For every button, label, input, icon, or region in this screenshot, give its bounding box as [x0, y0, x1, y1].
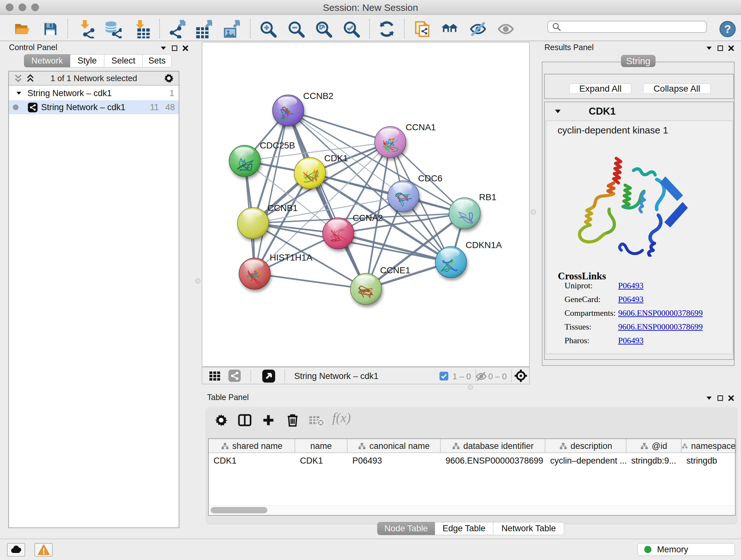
collection-expand-icon[interactable] — [15, 90, 22, 97]
tab-string[interactable]: String — [621, 55, 656, 67]
column-header[interactable]: namespace — [682, 439, 736, 453]
toolbar-separator — [250, 19, 251, 38]
table-cell[interactable]: stringdb — [682, 454, 736, 468]
maximize-panel-icon[interactable] — [717, 45, 724, 52]
tab-select[interactable]: Select — [105, 54, 143, 67]
expand-all-button[interactable]: Expand All — [569, 83, 631, 94]
export-table-button[interactable] — [194, 20, 212, 38]
gene-result-content: cyclin-dependent kinase 1 — [546, 121, 733, 354]
close-panel-icon[interactable] — [182, 45, 189, 52]
table-cell[interactable]: CDK1 — [295, 454, 347, 468]
column-header[interactable]: description — [545, 439, 626, 453]
shared-column-icon — [221, 442, 229, 450]
fit-selected-button[interactable] — [514, 368, 528, 383]
search-input[interactable] — [561, 22, 702, 31]
network-canvas[interactable]: CCNB2CCNA1CDC25BCDK1CDC6RB1CCNB1CCNA2CDK… — [202, 42, 530, 367]
network-share-button[interactable] — [227, 368, 242, 383]
import-network-from-database-button[interactable] — [103, 20, 122, 38]
import-network-button[interactable] — [77, 20, 95, 38]
tab-sets[interactable]: Sets — [143, 54, 172, 67]
table-row[interactable]: CDK1CDK1P064939606.ENSP00000378699cyclin… — [209, 454, 735, 468]
column-header[interactable]: name — [295, 439, 347, 453]
column-header[interactable]: database identifier — [441, 439, 545, 453]
edge-CCNB2-HIST1H1A[interactable] — [255, 111, 288, 273]
zoom-selected-icon — [343, 20, 360, 38]
show-column-button[interactable] — [237, 412, 253, 428]
birds-eye-view-button[interactable] — [207, 368, 222, 383]
copy-network-button[interactable] — [413, 20, 431, 38]
zoom-in-button[interactable] — [259, 20, 277, 38]
show-all-button[interactable] — [496, 20, 515, 38]
tab-edge-table[interactable]: Edge Table — [435, 522, 493, 535]
crosslink-link[interactable]: 9606.ENSP00000378699 — [618, 322, 703, 332]
warnings-button[interactable] — [35, 543, 53, 557]
selected-checkbox-icon[interactable] — [439, 371, 449, 381]
open-session-button[interactable] — [13, 20, 31, 38]
column-header[interactable]: shared name — [209, 439, 295, 453]
save-session-button[interactable] — [41, 20, 60, 38]
left-splitter-handle[interactable] — [195, 278, 200, 284]
column-header[interactable]: @id — [626, 439, 682, 453]
home-button[interactable] — [441, 20, 459, 38]
float-panel-icon[interactable] — [159, 44, 167, 52]
float-panel-icon[interactable] — [705, 44, 713, 52]
collapse-all-button[interactable]: Collapse All — [643, 83, 711, 94]
node-CDKN1A[interactable]: CDKN1A — [435, 240, 502, 278]
column-header[interactable]: canonical name — [347, 439, 441, 453]
cloud-button[interactable] — [7, 543, 25, 557]
table-cell[interactable]: cyclin–dependent ... — [545, 454, 626, 468]
export-network-button[interactable] — [167, 20, 185, 38]
function-builder-button[interactable]: f(x) — [332, 410, 351, 425]
crosslink-link[interactable]: P06493 — [618, 281, 643, 291]
table-cell[interactable]: CDK1 — [209, 454, 295, 468]
float-panel-icon[interactable] — [705, 394, 713, 402]
tab-network-table[interactable]: Network Table — [493, 522, 564, 535]
close-panel-icon[interactable] — [728, 45, 735, 52]
node-gloss — [393, 183, 412, 192]
tab-network[interactable]: Network — [24, 54, 70, 67]
import-table-button[interactable] — [132, 20, 150, 38]
crosslink-link[interactable]: 9606.ENSP00000378699 — [618, 308, 703, 318]
network-list-header: 1 of 1 Network selected — [9, 71, 179, 85]
collapse-entry-icon[interactable] — [554, 107, 562, 116]
maximize-panel-icon[interactable] — [171, 45, 178, 52]
network-collection-row[interactable]: String Network – cdk1 1 — [9, 86, 179, 100]
table-cell[interactable]: stringdb:9... — [626, 454, 682, 468]
crosslink-link[interactable]: P06493 — [618, 295, 643, 304]
zoom-fit-button[interactable] — [314, 20, 333, 38]
gene-result-box: CDK1 cyclin-dependent kinase 1 — [544, 102, 734, 360]
delete-table-button[interactable] — [308, 412, 325, 428]
tab-style[interactable]: Style — [70, 54, 105, 67]
crosslink-link[interactable]: P06493 — [618, 336, 643, 346]
delete-column-button[interactable] — [284, 412, 301, 428]
open-in-window-button[interactable] — [261, 368, 276, 384]
zoom-out-icon — [287, 20, 305, 38]
node-CCNE1[interactable]: CCNE1 — [350, 265, 410, 305]
node-RB1[interactable]: RB1 — [449, 192, 496, 229]
gene-result-header[interactable]: CDK1 — [545, 102, 733, 121]
network-row[interactable]: String Network – cdk1 11 48 — [9, 100, 179, 114]
horizontal-scrollbar[interactable] — [209, 505, 734, 514]
table-options-button[interactable] — [213, 412, 229, 428]
node-CCNA1[interactable]: CCNA1 — [375, 122, 436, 158]
zoom-selected-button[interactable] — [342, 20, 360, 38]
footer-separator — [251, 369, 251, 382]
refresh-button[interactable] — [378, 20, 396, 38]
scrollbar-thumb[interactable] — [211, 507, 267, 513]
help-button[interactable] — [718, 20, 737, 38]
network-options-gear-icon[interactable] — [163, 73, 174, 84]
table-cell[interactable]: P06493 — [347, 454, 441, 468]
memory-button[interactable]: Memory — [637, 543, 735, 556]
node-HIST1H1A[interactable]: HIST1H1A — [239, 253, 313, 289]
close-panel-icon[interactable] — [728, 395, 735, 401]
create-column-button[interactable] — [260, 412, 277, 428]
network-selection-info: 1 of 1 Network selected — [9, 73, 179, 83]
tab-node-table[interactable]: Node Table — [377, 522, 435, 535]
maximize-panel-icon[interactable] — [717, 395, 724, 401]
table-cell[interactable]: 9606.ENSP00000378699 — [441, 454, 545, 468]
hide-selected-button[interactable] — [469, 20, 487, 38]
export-image-button[interactable] — [221, 20, 240, 38]
edge-CCNB2-CCNA1[interactable] — [288, 111, 390, 142]
zoom-out-button[interactable] — [287, 20, 306, 38]
edge-HIST1H1A-CCNE1[interactable] — [255, 273, 366, 289]
